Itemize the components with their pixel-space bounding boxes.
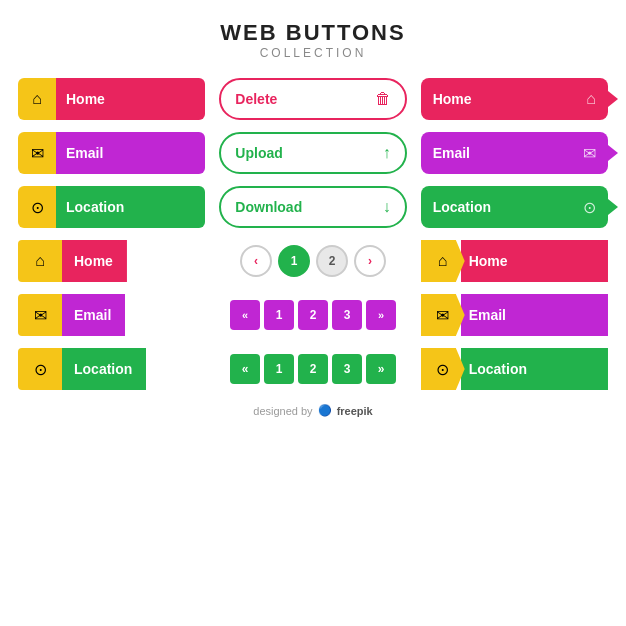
diag-location-icon: ⊙	[18, 348, 62, 390]
page-subtitle: COLLECTION	[220, 46, 405, 60]
diag-email-label: Email	[54, 294, 125, 336]
pag-green-first[interactable]: «	[230, 354, 260, 384]
footer-brand: freepik	[337, 405, 373, 417]
flat-location-label: Location	[56, 186, 205, 228]
bubble-home-button[interactable]: Home ⌂	[421, 78, 608, 120]
page-title: WEB BUTTONS	[220, 20, 405, 46]
arrow-home-button[interactable]: ⌂ Home	[421, 240, 608, 282]
pag-purple-3[interactable]: 3	[332, 300, 362, 330]
home-icon-tab: ⌂	[18, 78, 56, 120]
flat-home-button[interactable]: ⌂ Home	[18, 78, 205, 120]
flat-home-label: Home	[56, 78, 205, 120]
download-icon: ↓	[383, 198, 391, 216]
arrow-location-label: Location	[461, 348, 608, 390]
arrow-email-label: Email	[461, 294, 608, 336]
arrow-email-button[interactable]: ✉ Email	[421, 294, 608, 336]
pag-purple-first[interactable]: «	[230, 300, 260, 330]
arrow-home-icon: ⌂	[421, 240, 465, 282]
pag-green-last[interactable]: »	[366, 354, 396, 384]
diag-email-icon: ✉	[18, 294, 62, 336]
footer: designed by 🔵 freepik	[253, 404, 372, 417]
location-bub-icon: ⊙	[583, 198, 596, 217]
diag-home-label: Home	[54, 240, 127, 282]
pag-page-2[interactable]: 2	[316, 245, 348, 277]
email-icon-tab: ✉	[18, 132, 56, 174]
pag-green-3[interactable]: 3	[332, 354, 362, 384]
flat-email-label: Email	[56, 132, 205, 174]
pag-prev-button[interactable]: ‹	[240, 245, 272, 277]
location-icon-tab: ⊙	[18, 186, 56, 228]
arrow-email-icon: ✉	[421, 294, 465, 336]
outline-download-button[interactable]: Download ↓	[219, 186, 406, 228]
flat-email-button[interactable]: ✉ Email	[18, 132, 205, 174]
pag-next-button[interactable]: ›	[354, 245, 386, 277]
button-grid: ⌂ Home Delete 🗑 Home ⌂ ✉ Email Upload ↑ …	[18, 78, 608, 390]
upload-icon: ↑	[383, 144, 391, 162]
arrow-location-icon: ⊙	[421, 348, 465, 390]
pag-green-1[interactable]: 1	[264, 354, 294, 384]
pagination-circles: ‹ 1 2 ›	[219, 240, 406, 282]
pag-page-1[interactable]: 1	[278, 245, 310, 277]
footer-text: designed by	[253, 405, 312, 417]
pag-purple-1[interactable]: 1	[264, 300, 294, 330]
pag-purple-2[interactable]: 2	[298, 300, 328, 330]
pagination-purple-squares: « 1 2 3 »	[219, 294, 406, 336]
bubble-location-label: Location	[433, 199, 491, 215]
bubble-email-label: Email	[433, 145, 470, 161]
page-header: WEB BUTTONS COLLECTION	[220, 20, 405, 60]
diag-email-button[interactable]: ✉ Email	[18, 294, 205, 336]
pag-green-2[interactable]: 2	[298, 354, 328, 384]
outline-upload-button[interactable]: Upload ↑	[219, 132, 406, 174]
delete-label: Delete	[235, 91, 277, 107]
diag-location-button[interactable]: ⊙ Location	[18, 348, 205, 390]
home-bub-icon: ⌂	[586, 90, 596, 108]
arrow-location-button[interactable]: ⊙ Location	[421, 348, 608, 390]
pag-purple-last[interactable]: »	[366, 300, 396, 330]
diag-home-button[interactable]: ⌂ Home	[18, 240, 205, 282]
upload-label: Upload	[235, 145, 282, 161]
email-bub-icon: ✉	[583, 144, 596, 163]
diag-home-icon: ⌂	[18, 240, 62, 282]
outline-delete-button[interactable]: Delete 🗑	[219, 78, 406, 120]
bubble-home-label: Home	[433, 91, 472, 107]
bubble-email-button[interactable]: Email ✉	[421, 132, 608, 174]
freepik-logo-icon: 🔵	[318, 404, 332, 417]
arrow-home-label: Home	[461, 240, 608, 282]
download-label: Download	[235, 199, 302, 215]
pagination-green-squares: « 1 2 3 »	[219, 348, 406, 390]
delete-icon: 🗑	[375, 90, 391, 108]
bubble-location-button[interactable]: Location ⊙	[421, 186, 608, 228]
diag-location-label: Location	[54, 348, 146, 390]
flat-location-button[interactable]: ⊙ Location	[18, 186, 205, 228]
